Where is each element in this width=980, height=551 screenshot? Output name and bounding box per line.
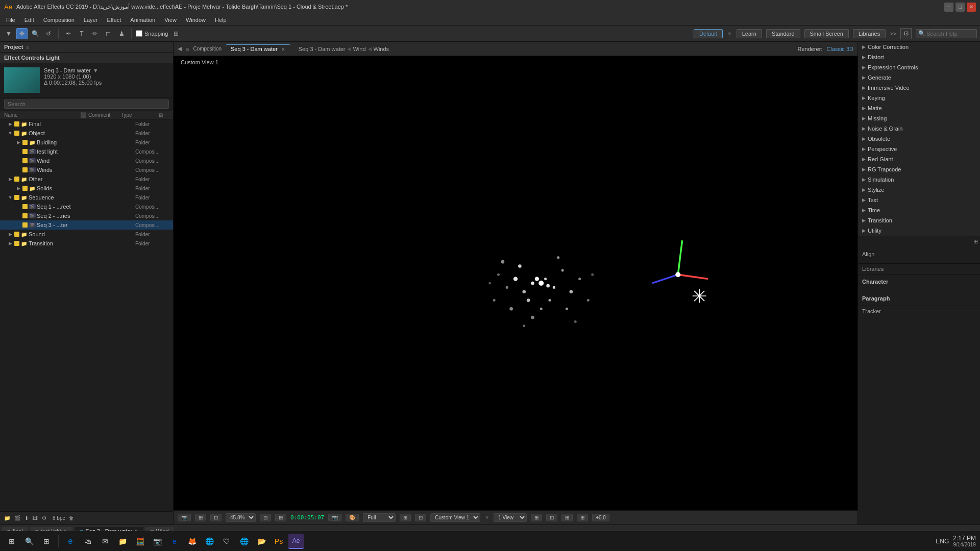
- menu-help[interactable]: Help: [211, 16, 231, 24]
- color-correction-header[interactable]: ▶ Color Correction: [858, 42, 980, 52]
- transition-header[interactable]: ▶ Transition: [858, 215, 980, 226]
- vc-align-btn[interactable]: ⊡: [546, 514, 557, 521]
- workspace-more[interactable]: >>: [890, 31, 896, 37]
- import-btn[interactable]: ⬆: [24, 515, 29, 521]
- vc-layout-btn[interactable]: ⊡: [210, 514, 222, 521]
- taskbar-taskview[interactable]: ⊞: [39, 534, 54, 549]
- breadcrumb-winds[interactable]: Winds: [374, 46, 389, 52]
- vc-view-select[interactable]: Custom View 1 Active Camera Front: [430, 513, 480, 522]
- taskbar-net[interactable]: 🌐: [236, 534, 252, 549]
- tree-arrow-sequence[interactable]: ▼: [7, 195, 13, 200]
- tree-arrow-other[interactable]: ▶: [7, 177, 13, 182]
- new-comp-btn[interactable]: 🎬: [14, 515, 20, 521]
- vc-snap2-btn[interactable]: ⊞: [561, 514, 573, 521]
- time-header[interactable]: ▶ Time: [858, 205, 980, 215]
- flowchart-btn[interactable]: ⚙: [42, 515, 46, 521]
- obsolete-header[interactable]: ▶ Obsolete: [858, 134, 980, 144]
- tree-item-winds[interactable]: ▶ 🎬 Winds Composi...: [0, 165, 173, 174]
- taskbar-explorer[interactable]: 📁: [115, 534, 130, 549]
- vc-zoom-select[interactable]: 45.8% 100% 50%: [226, 513, 256, 522]
- simulation-header[interactable]: ▶ Simulation: [858, 174, 980, 185]
- taskbar-mail[interactable]: ✉: [97, 534, 113, 549]
- menu-layer[interactable]: Layer: [80, 16, 102, 24]
- generate-header[interactable]: ▶ Generate: [858, 72, 980, 83]
- vc-quality-select[interactable]: Full Half Quarter: [363, 513, 396, 522]
- tool-text[interactable]: T: [76, 28, 87, 39]
- menu-effect[interactable]: Effect: [103, 16, 125, 24]
- tree-arrow-final[interactable]: ▶: [7, 121, 13, 127]
- footage-btn[interactable]: 🎞: [33, 515, 38, 521]
- menu-file[interactable]: File: [2, 16, 19, 24]
- vc-3d-btn[interactable]: ⊞: [531, 514, 542, 521]
- tree-item-seq3[interactable]: ▶ 🎬 Seq 3 - ...ter Composi...: [0, 220, 173, 230]
- taskbar-ie[interactable]: e: [167, 534, 182, 549]
- snapping-checkbox[interactable]: [136, 30, 142, 37]
- minimize-button[interactable]: −: [944, 3, 953, 12]
- tree-item-other[interactable]: ▶ 📁 Other Folder: [0, 174, 173, 184]
- missing-header[interactable]: ▶ Missing: [858, 113, 980, 123]
- tool-paint[interactable]: ✏: [89, 28, 101, 39]
- tree-item-buidling[interactable]: ▶ 📁 Buidling Folder: [0, 138, 173, 147]
- tree-arrow-sound[interactable]: ▶: [7, 232, 13, 237]
- vc-time-offset-btn[interactable]: +0.0: [592, 514, 609, 521]
- workspace-small-screen[interactable]: Small Screen: [804, 29, 849, 38]
- workspace-libraries[interactable]: Libraries: [853, 29, 886, 38]
- text-header[interactable]: ▶ Text: [858, 195, 980, 205]
- tool-eraser[interactable]: ◻: [103, 28, 114, 39]
- tool-zoom[interactable]: 🔍: [30, 28, 41, 39]
- close-button[interactable]: ✕: [967, 3, 976, 12]
- taskbar-edge[interactable]: e: [63, 534, 78, 549]
- comp-tab-close-seq3[interactable]: ✕: [281, 47, 285, 52]
- delete-btn[interactable]: 🗑: [69, 515, 74, 521]
- workspace-default[interactable]: Default: [694, 29, 723, 38]
- tree-arrow-transition-folder[interactable]: ▶: [7, 241, 13, 246]
- taskbar-adobe[interactable]: Ps: [271, 534, 286, 549]
- tree-item-final[interactable]: ▶ 📁 Final Folder: [0, 119, 173, 129]
- workspace-standard[interactable]: Standard: [766, 29, 800, 38]
- maximize-button[interactable]: □: [955, 3, 965, 12]
- project-menu-icon[interactable]: ≡: [26, 44, 29, 50]
- vc-color-btn[interactable]: 🎨: [346, 514, 359, 521]
- tree-item-seq1[interactable]: ▶ 🎬 Seq 1 - ...reet Composi...: [0, 202, 173, 211]
- taskbar-store[interactable]: 🛍: [80, 534, 95, 549]
- menu-edit[interactable]: Edit: [20, 16, 38, 24]
- workspace-learn[interactable]: Learn: [737, 29, 762, 38]
- tool-select[interactable]: ▼: [3, 28, 14, 39]
- perspective-header[interactable]: ▶ Perspective: [858, 144, 980, 154]
- immersive-video-header[interactable]: ▶ Immersive Video: [858, 83, 980, 93]
- tool-camera-rotate[interactable]: ↺: [43, 28, 54, 39]
- taskbar-camera[interactable]: 📷: [150, 534, 165, 549]
- breadcrumb-wind[interactable]: Wind: [353, 46, 365, 52]
- tool-puppet[interactable]: ♟: [116, 28, 127, 39]
- tool-pen[interactable]: ✒: [63, 28, 74, 39]
- vc-alpha-btn[interactable]: ⊡: [415, 514, 426, 521]
- project-search-input[interactable]: [4, 99, 169, 109]
- distort-header[interactable]: ▶ Distort: [858, 52, 980, 62]
- vc-camera-btn[interactable]: 📷: [178, 514, 191, 521]
- tool-extra[interactable]: ⊞: [170, 28, 182, 39]
- tree-item-solids[interactable]: ▶ 📁 Solids Folder: [0, 184, 173, 193]
- taskbar-firefox[interactable]: 🦊: [184, 534, 200, 549]
- menu-view[interactable]: View: [160, 16, 181, 24]
- tree-item-test-light[interactable]: ▶ 🎬 test light Composi...: [0, 147, 173, 156]
- noise-grain-header[interactable]: ▶ Noise & Grain: [858, 123, 980, 134]
- toggle-panel[interactable]: ⊡: [900, 28, 912, 39]
- tree-item-object[interactable]: ▼ 📁 Object Folder: [0, 129, 173, 138]
- taskbar-folder2[interactable]: 📂: [254, 534, 269, 549]
- vc-render-btn[interactable]: ⊞: [577, 514, 588, 521]
- keying-header[interactable]: ▶ Keying: [858, 93, 980, 103]
- new-folder-btn[interactable]: 📁: [4, 515, 10, 521]
- rg-trapcode-header[interactable]: ▶ RG Trapcode: [858, 164, 980, 174]
- tree-item-sequence[interactable]: ▼ 📁 Sequence Folder: [0, 193, 173, 202]
- taskbar-calc[interactable]: 🧮: [132, 534, 148, 549]
- tree-item-seq2[interactable]: ▶ 🎬 Seq 2 - ...ries Composi...: [0, 211, 173, 220]
- utility-header[interactable]: ▶ Utility: [858, 226, 980, 236]
- taskbar-start[interactable]: ⊞: [4, 534, 19, 549]
- matte-header[interactable]: ▶ Matte: [858, 103, 980, 113]
- red-giant-header[interactable]: ▶ Red Giant: [858, 154, 980, 164]
- vc-layout-select[interactable]: 1 View 2 Views 4 Views: [494, 513, 527, 522]
- tool-move[interactable]: ✥: [16, 28, 28, 39]
- taskbar-ae[interactable]: Ae: [288, 534, 304, 549]
- tree-item-wind[interactable]: ▶ 🎬 Wind Composi...: [0, 156, 173, 165]
- menu-composition[interactable]: Composition: [39, 16, 79, 24]
